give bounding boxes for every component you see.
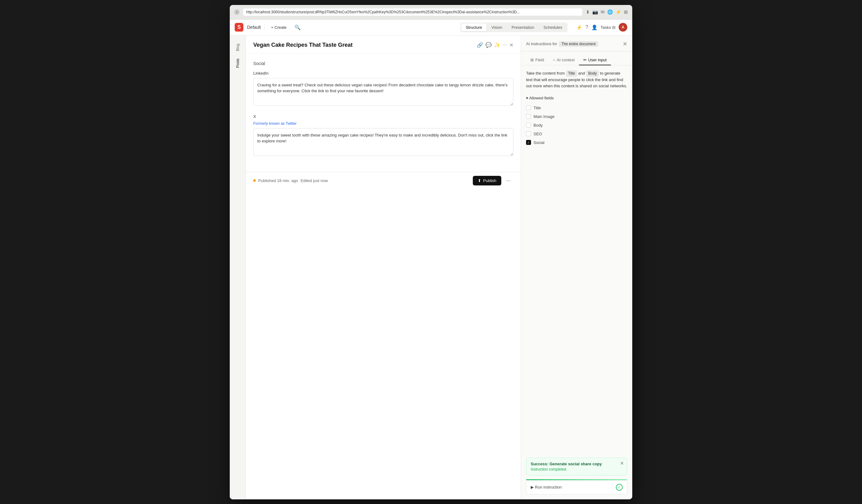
mail-icon[interactable]: ✉ xyxy=(601,9,605,15)
header-divider xyxy=(264,24,265,30)
doc-title: Vegan Cake Recipes That Taste Great xyxy=(253,42,353,48)
section-label: Social xyxy=(253,61,513,66)
workspace-label: Default xyxy=(247,25,261,30)
publish-actions: ⬆ Publish ··· xyxy=(473,176,513,185)
search-icon[interactable]: 🔍 xyxy=(293,23,302,32)
status-bar: Published 18 min. ago Edited just now ⬆ … xyxy=(246,172,521,189)
close-icon[interactable]: ✕ xyxy=(509,42,513,48)
body-pill: Body xyxy=(586,70,599,77)
checkbox-title[interactable] xyxy=(526,105,531,110)
tab-schedules[interactable]: Schedules xyxy=(539,24,566,31)
publish-button[interactable]: ⬆ Publish xyxy=(473,176,501,185)
content-area: Vegan Cake Recipes That Taste Great 🔗 💬 … xyxy=(246,36,521,499)
nav-tabs: Structure Vision Presentation Schedules xyxy=(460,23,567,32)
x-sublabel: Formerly known as Twitter xyxy=(253,121,513,126)
extension-icon[interactable]: ⚡ xyxy=(615,9,622,15)
status-dot xyxy=(253,179,256,182)
ai-icon[interactable]: ✨ xyxy=(494,42,500,48)
more-options-icon[interactable]: ··· xyxy=(503,42,507,48)
camera-icon[interactable]: 📷 xyxy=(592,9,598,15)
publish-icon: ⬆ xyxy=(478,178,481,183)
ai-scope-badge: The entire document xyxy=(559,41,598,47)
tab-presentation[interactable]: Presentation xyxy=(507,24,538,31)
success-notification: Success: Generate social share copy Inst… xyxy=(526,457,627,476)
run-check-icon: ✓ xyxy=(616,484,623,491)
published-status: Published 18 min. ago xyxy=(258,178,298,183)
checkbox-seo[interactable] xyxy=(526,131,531,136)
link-icon[interactable]: 🔗 xyxy=(477,42,483,48)
field-item-seo[interactable]: SEO xyxy=(526,129,627,138)
x-field-group: X Formerly known as Twitter Indulge your… xyxy=(253,114,513,157)
x-label: X xyxy=(253,114,513,119)
download-icon[interactable]: ⬇ xyxy=(586,9,590,15)
help-icon[interactable]: ? xyxy=(586,25,588,30)
header-right: ⚡ ? 👤 Tasks ⊟ A xyxy=(576,23,627,31)
tab-structure[interactable]: Structure xyxy=(461,24,486,31)
form-content: Social LinkedIn Craving for a sweet trea… xyxy=(246,54,521,172)
ai-header-title: AI instructions for The entire document xyxy=(526,41,598,47)
success-close-button[interactable]: ✕ xyxy=(620,460,624,466)
ai-context-icon: ○ xyxy=(553,57,555,62)
globe-icon[interactable]: 🌐 xyxy=(607,9,613,15)
tasks-button[interactable]: Tasks ⊟ xyxy=(601,25,615,30)
status-info: Published 18 min. ago Edited just now xyxy=(253,178,328,183)
run-instruction-button[interactable]: ▶ Run instruction xyxy=(531,485,562,489)
success-title: Success: Generate social share copy xyxy=(531,462,623,466)
browser-window: i http://localhost:3000/studio/structure… xyxy=(230,5,632,499)
ai-panel-header: AI instructions for The entire document … xyxy=(521,36,632,51)
checkbox-social[interactable] xyxy=(526,140,531,145)
doc-header: Vegan Cake Recipes That Taste Great 🔗 💬 … xyxy=(246,36,521,54)
app-header: S Default + Create 🔍 Structure Vision Pr… xyxy=(230,19,632,36)
browser-chrome: i http://localhost:3000/studio/structure… xyxy=(230,5,632,19)
main-layout: Blog Posts Vegan Cake Recipes That Taste… xyxy=(230,36,632,499)
sidebar: Blog Posts xyxy=(230,36,246,499)
ai-content: Take the content from Title and Body to … xyxy=(521,65,632,457)
run-instruction-bar: ▶ Run instruction ✓ xyxy=(526,480,627,494)
sidebar-item-posts[interactable]: Posts xyxy=(233,55,243,71)
x-textarea[interactable]: Indulge your sweet tooth with these amaz… xyxy=(253,128,513,156)
ai-close-button[interactable]: ✕ xyxy=(623,41,627,48)
browser-actions: ⬇ 📷 ✉ 🌐 ⚡ ⊞ xyxy=(586,9,628,15)
linkedin-textarea[interactable]: Craving for a sweet treat? Check out the… xyxy=(253,78,513,106)
lightning-icon[interactable]: ⚡ xyxy=(576,25,583,30)
ai-tabs: ⊞ Field ○ AI context ✏ User input xyxy=(521,51,632,65)
field-item-main-image[interactable]: Main Image xyxy=(526,112,627,121)
ai-tab-context[interactable]: ○ AI context xyxy=(548,55,579,65)
allowed-fields-section: ▾ Allowed fields Title Main Image Body xyxy=(526,96,627,147)
checkbox-body[interactable] xyxy=(526,123,531,128)
field-item-social[interactable]: Social xyxy=(526,138,627,147)
avatar[interactable]: A xyxy=(619,23,627,31)
doc-actions: 🔗 💬 ✨ ··· ✕ xyxy=(477,42,513,48)
user-input-icon: ✏ xyxy=(583,57,587,62)
checkbox-main-image[interactable] xyxy=(526,114,531,119)
field-icon: ⊞ xyxy=(531,57,534,62)
tab-vision[interactable]: Vision xyxy=(487,24,507,31)
layout-icon[interactable]: ⊞ xyxy=(624,9,628,15)
user-icon[interactable]: 👤 xyxy=(591,25,598,30)
edited-status: Edited just now xyxy=(301,178,328,183)
field-item-title[interactable]: Title xyxy=(526,103,627,112)
url-bar[interactable]: http://localhost:3000/studio/structure/p… xyxy=(243,8,583,16)
ai-tab-field[interactable]: ⊞ Field xyxy=(526,55,548,65)
info-icon: i xyxy=(234,9,240,15)
create-button[interactable]: + Create xyxy=(269,24,289,31)
ai-panel: AI instructions for The entire document … xyxy=(521,36,632,499)
linkedin-label: LinkedIn xyxy=(253,71,513,76)
linkedin-field-group: LinkedIn Craving for a sweet treat? Chec… xyxy=(253,71,513,107)
tasks-panel-icon: ⊟ xyxy=(612,25,615,30)
sanity-logo: S xyxy=(235,23,243,31)
title-pill: Title xyxy=(566,70,577,77)
instruction-text: Take the content from Title and Body to … xyxy=(526,70,627,90)
more-button[interactable]: ··· xyxy=(504,176,513,185)
comment-icon[interactable]: 💬 xyxy=(485,42,492,48)
sidebar-item-blog[interactable]: Blog xyxy=(233,41,243,54)
ai-tab-user-input[interactable]: ✏ User input xyxy=(579,55,611,65)
field-item-body[interactable]: Body xyxy=(526,121,627,129)
success-message: Instruction completed. xyxy=(531,467,623,472)
allowed-fields-header[interactable]: ▾ Allowed fields xyxy=(526,96,627,100)
